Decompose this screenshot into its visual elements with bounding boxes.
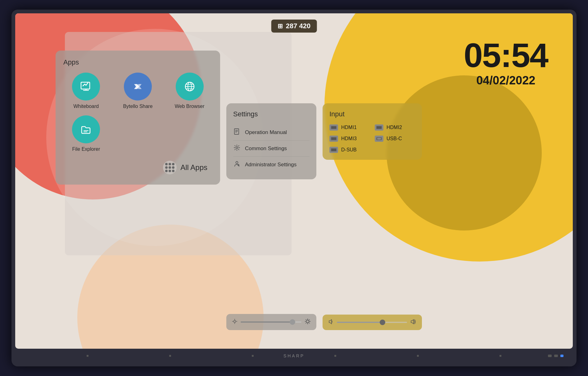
- whiteboard-icon: [72, 73, 100, 101]
- svg-rect-18: [377, 126, 382, 129]
- dot: [169, 170, 171, 172]
- hdmi3-icon: [329, 136, 338, 142]
- brightness-track[interactable]: [241, 321, 301, 323]
- tv-outer: ⊞ 287 420 05:54 04/02/2022 Apps: [11, 10, 577, 366]
- hdmi3-label: HDMI3: [341, 136, 357, 141]
- bezel-dot: [334, 355, 336, 357]
- svg-rect-16: [331, 126, 336, 129]
- app-item-whiteboard[interactable]: Whiteboard: [63, 73, 109, 109]
- volume-high-icon: [410, 319, 416, 326]
- clock-date: 04/02/2022: [464, 74, 548, 87]
- input-hdmi3[interactable]: HDMI3: [329, 136, 370, 142]
- hdmi2-icon: [375, 124, 383, 131]
- brightness-low-icon: [232, 319, 237, 325]
- settings-item-admin[interactable]: Administrator Settings: [233, 157, 310, 172]
- bytello-icon: [124, 73, 152, 101]
- files-icon: [72, 115, 100, 143]
- input-panel: Input HDMI1 HDMI2: [323, 103, 422, 160]
- apps-grid: Whiteboard Bytello Share: [63, 73, 212, 152]
- app-item-browser[interactable]: Web Browser: [167, 73, 212, 109]
- dot: [172, 163, 174, 165]
- dot: [172, 166, 174, 169]
- dot: [165, 163, 168, 165]
- all-apps-row: All Apps: [63, 158, 212, 177]
- svg-line-37: [306, 323, 306, 323]
- operation-manual-icon: [233, 128, 241, 137]
- input-usbc[interactable]: USB-C: [375, 136, 415, 142]
- bezel-dot: [252, 355, 254, 357]
- all-apps-button[interactable]: All Apps: [158, 158, 212, 177]
- bezel-dot: [169, 355, 171, 357]
- files-label: File Explorer: [72, 146, 100, 152]
- dot: [165, 170, 168, 172]
- bytello-label: Bytello Share: [123, 104, 152, 109]
- bezel-port-2: [554, 355, 558, 357]
- dot: [169, 163, 171, 165]
- clock-time: 05:54: [464, 38, 548, 72]
- input-dsub[interactable]: D-SUB: [329, 147, 370, 153]
- input-hdmi2[interactable]: HDMI2: [375, 124, 415, 131]
- settings-panel: Settings Operation Manual: [226, 103, 316, 179]
- tv-bezel: SHARP: [15, 349, 573, 363]
- dots-grid: [165, 163, 174, 172]
- hdmi2-label: HDMI2: [387, 125, 402, 130]
- svg-line-38: [309, 320, 310, 320]
- apps-panel: Apps Whiteboard: [56, 51, 220, 185]
- browser-icon: [176, 73, 204, 101]
- meeting-badge[interactable]: ⊞ 287 420: [271, 20, 317, 33]
- admin-settings-label: Administrator Settings: [245, 162, 296, 168]
- brightness-thumb[interactable]: [290, 319, 295, 325]
- app-item-bytello[interactable]: Bytello Share: [115, 73, 161, 109]
- bezel-dot: [500, 355, 501, 357]
- usbc-label: USB-C: [387, 136, 402, 141]
- svg-rect-20: [331, 137, 336, 140]
- top-bar: ⊞ 287 420: [271, 20, 317, 33]
- dot: [172, 170, 174, 172]
- meeting-icon: ⊞: [278, 22, 283, 30]
- settings-item-common[interactable]: Common Settings: [233, 141, 310, 157]
- svg-rect-22: [377, 138, 381, 140]
- bezel-dot: [417, 355, 419, 357]
- input-hdmi1[interactable]: HDMI1: [329, 124, 370, 131]
- volume-thumb[interactable]: [380, 320, 385, 325]
- svg-point-10: [236, 147, 238, 149]
- svg-point-11: [236, 162, 238, 164]
- svg-line-36: [309, 323, 310, 323]
- dsub-icon: [329, 147, 338, 153]
- dsub-label: D-SUB: [341, 147, 357, 153]
- all-apps-icon: [163, 161, 177, 174]
- svg-line-35: [306, 320, 306, 320]
- hdmi1-label: HDMI1: [341, 125, 357, 130]
- volume-track[interactable]: [337, 322, 407, 323]
- dot: [165, 166, 168, 169]
- bezel-indicators: [15, 355, 573, 357]
- svg-point-30: [306, 320, 309, 323]
- bezel-port-1: [548, 355, 552, 357]
- hdmi1-icon: [329, 124, 338, 131]
- clock-area: 05:54 04/02/2022: [464, 38, 548, 87]
- svg-rect-0: [81, 82, 90, 89]
- settings-panel-title: Settings: [233, 110, 310, 118]
- common-settings-icon: [233, 144, 241, 153]
- volume-low-icon: [328, 319, 334, 326]
- usbc-icon: [375, 136, 383, 142]
- bezel-dot: [87, 355, 88, 357]
- brightness-high-icon: [305, 318, 311, 326]
- bezel-ports: [548, 355, 563, 357]
- browser-label: Web Browser: [175, 104, 205, 109]
- input-grid: HDMI1 HDMI2 HDMI3: [329, 124, 415, 153]
- meeting-code: 287 420: [286, 22, 311, 30]
- common-settings-label: Common Settings: [245, 145, 287, 152]
- whiteboard-label: Whiteboard: [73, 104, 99, 109]
- dot: [169, 166, 171, 169]
- bezel-port-usb: [560, 355, 563, 357]
- svg-rect-6: [234, 129, 239, 134]
- operation-manual-label: Operation Manual: [245, 129, 287, 136]
- app-item-files[interactable]: File Explorer: [63, 115, 109, 152]
- input-panel-title: Input: [329, 110, 415, 118]
- all-apps-label: All Apps: [180, 163, 207, 172]
- brightness-panel: [226, 314, 316, 330]
- brightness-fill: [241, 321, 292, 323]
- settings-item-operation-manual[interactable]: Operation Manual: [233, 124, 310, 141]
- volume-fill: [337, 322, 382, 323]
